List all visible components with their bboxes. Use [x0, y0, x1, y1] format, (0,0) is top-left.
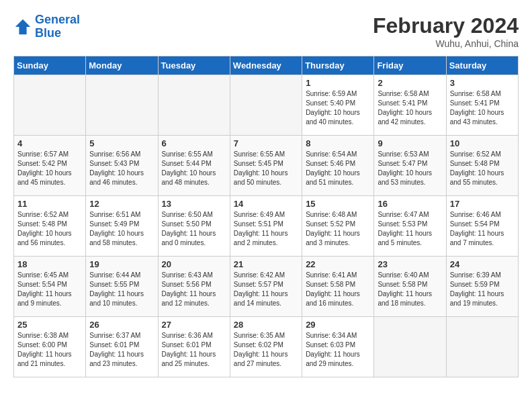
- calendar-table: SundayMondayTuesdayWednesdayThursdayFrid…: [13, 56, 519, 377]
- calendar-cell: 23Sunrise: 6:40 AMSunset: 5:58 PMDayligh…: [374, 257, 446, 317]
- logo-line1: General: [35, 13, 80, 26]
- day-number: 22: [306, 259, 370, 269]
- day-info: Sunrise: 6:54 AMSunset: 5:46 PMDaylight:…: [306, 150, 370, 187]
- calendar-week-0: 1Sunrise: 6:59 AMSunset: 5:40 PMDaylight…: [14, 75, 519, 136]
- calendar-cell: 1Sunrise: 6:59 AMSunset: 5:40 PMDaylight…: [302, 75, 374, 136]
- calendar-cell: [158, 75, 230, 136]
- calendar-cell: 5Sunrise: 6:56 AMSunset: 5:43 PMDaylight…: [86, 136, 158, 196]
- day-number: 28: [234, 320, 298, 330]
- day-info: Sunrise: 6:39 AMSunset: 5:59 PMDaylight:…: [450, 271, 515, 308]
- calendar-week-1: 4Sunrise: 6:57 AMSunset: 5:42 PMDaylight…: [14, 136, 519, 196]
- day-info: Sunrise: 6:49 AMSunset: 5:51 PMDaylight:…: [234, 210, 298, 248]
- day-number: 10: [450, 138, 515, 148]
- day-number: 24: [450, 259, 515, 269]
- day-info: Sunrise: 6:44 AMSunset: 5:55 PMDaylight:…: [89, 271, 154, 308]
- day-info: Sunrise: 6:38 AMSunset: 6:00 PMDaylight:…: [17, 331, 82, 369]
- day-info: Sunrise: 6:41 AMSunset: 5:58 PMDaylight:…: [306, 271, 370, 308]
- calendar-cell: 13Sunrise: 6:50 AMSunset: 5:50 PMDayligh…: [158, 196, 230, 257]
- calendar-cell: 7Sunrise: 6:55 AMSunset: 5:45 PMDaylight…: [230, 136, 302, 196]
- calendar-week-4: 25Sunrise: 6:38 AMSunset: 6:00 PMDayligh…: [14, 317, 519, 377]
- day-number: 29: [306, 320, 370, 330]
- day-info: Sunrise: 6:55 AMSunset: 5:45 PMDaylight:…: [234, 150, 298, 187]
- calendar-cell: 21Sunrise: 6:42 AMSunset: 5:57 PMDayligh…: [230, 257, 302, 317]
- day-info: Sunrise: 6:47 AMSunset: 5:53 PMDaylight:…: [378, 210, 442, 248]
- calendar-cell: 20Sunrise: 6:43 AMSunset: 5:56 PMDayligh…: [158, 257, 230, 317]
- day-number: 19: [89, 259, 154, 269]
- calendar-week-3: 18Sunrise: 6:45 AMSunset: 5:54 PMDayligh…: [14, 257, 519, 317]
- page-header: General Blue February 2024 Wuhu, Anhui, …: [13, 13, 519, 49]
- day-number: 3: [450, 78, 515, 88]
- day-number: 18: [17, 259, 82, 269]
- calendar-cell: 12Sunrise: 6:51 AMSunset: 5:49 PMDayligh…: [86, 196, 158, 257]
- day-number: 1: [306, 78, 370, 88]
- day-number: 23: [378, 259, 442, 269]
- day-info: Sunrise: 6:36 AMSunset: 6:01 PMDaylight:…: [162, 331, 226, 369]
- day-info: Sunrise: 6:52 AMSunset: 5:48 PMDaylight:…: [450, 150, 515, 187]
- day-info: Sunrise: 6:58 AMSunset: 5:41 PMDaylight:…: [378, 89, 442, 127]
- calendar-cell: 22Sunrise: 6:41 AMSunset: 5:58 PMDayligh…: [302, 257, 374, 317]
- day-info: Sunrise: 6:37 AMSunset: 6:01 PMDaylight:…: [89, 331, 154, 369]
- day-number: 27: [162, 320, 226, 330]
- day-info: Sunrise: 6:35 AMSunset: 6:02 PMDaylight:…: [234, 331, 298, 369]
- calendar-cell: 29Sunrise: 6:34 AMSunset: 6:03 PMDayligh…: [302, 317, 374, 377]
- day-number: 13: [162, 199, 226, 209]
- calendar-cell: 14Sunrise: 6:49 AMSunset: 5:51 PMDayligh…: [230, 196, 302, 257]
- logo-text: General Blue: [35, 13, 80, 40]
- day-number: 14: [234, 199, 298, 209]
- header-saturday: Saturday: [446, 56, 518, 75]
- calendar-cell: 18Sunrise: 6:45 AMSunset: 5:54 PMDayligh…: [14, 257, 86, 317]
- day-info: Sunrise: 6:59 AMSunset: 5:40 PMDaylight:…: [306, 89, 370, 127]
- day-info: Sunrise: 6:46 AMSunset: 5:54 PMDaylight:…: [450, 210, 515, 248]
- day-number: 2: [378, 78, 442, 88]
- calendar-cell: 19Sunrise: 6:44 AMSunset: 5:55 PMDayligh…: [86, 257, 158, 317]
- day-info: Sunrise: 6:48 AMSunset: 5:52 PMDaylight:…: [306, 210, 370, 248]
- calendar-header-row: SundayMondayTuesdayWednesdayThursdayFrid…: [14, 56, 519, 75]
- day-number: 5: [89, 138, 154, 148]
- header-sunday: Sunday: [14, 56, 86, 75]
- month-year: February 2024: [373, 13, 519, 38]
- header-tuesday: Tuesday: [158, 56, 230, 75]
- day-info: Sunrise: 6:53 AMSunset: 5:47 PMDaylight:…: [378, 150, 442, 187]
- location: Wuhu, Anhui, China: [373, 38, 519, 49]
- day-number: 20: [162, 259, 226, 269]
- day-info: Sunrise: 6:34 AMSunset: 6:03 PMDaylight:…: [306, 331, 370, 369]
- day-number: 9: [378, 138, 442, 148]
- day-info: Sunrise: 6:57 AMSunset: 5:42 PMDaylight:…: [17, 150, 82, 187]
- calendar-cell: 10Sunrise: 6:52 AMSunset: 5:48 PMDayligh…: [446, 136, 518, 196]
- day-number: 21: [234, 259, 298, 269]
- calendar-cell: 15Sunrise: 6:48 AMSunset: 5:52 PMDayligh…: [302, 196, 374, 257]
- calendar-cell: 25Sunrise: 6:38 AMSunset: 6:00 PMDayligh…: [14, 317, 86, 377]
- logo-icon: [13, 17, 32, 36]
- day-number: 17: [450, 199, 515, 209]
- calendar-cell: 27Sunrise: 6:36 AMSunset: 6:01 PMDayligh…: [158, 317, 230, 377]
- day-number: 16: [378, 199, 442, 209]
- day-number: 26: [89, 320, 154, 330]
- logo-line2: Blue: [35, 26, 61, 40]
- day-info: Sunrise: 6:43 AMSunset: 5:56 PMDaylight:…: [162, 271, 226, 308]
- calendar-cell: [230, 75, 302, 136]
- calendar-cell: 16Sunrise: 6:47 AMSunset: 5:53 PMDayligh…: [374, 196, 446, 257]
- logo: General Blue: [13, 13, 80, 40]
- header-thursday: Thursday: [302, 56, 374, 75]
- calendar-cell: 4Sunrise: 6:57 AMSunset: 5:42 PMDaylight…: [14, 136, 86, 196]
- calendar-cell: 28Sunrise: 6:35 AMSunset: 6:02 PMDayligh…: [230, 317, 302, 377]
- header-wednesday: Wednesday: [230, 56, 302, 75]
- calendar-cell: [374, 317, 446, 377]
- day-info: Sunrise: 6:45 AMSunset: 5:54 PMDaylight:…: [17, 271, 82, 308]
- svg-marker-0: [15, 19, 30, 34]
- day-info: Sunrise: 6:51 AMSunset: 5:49 PMDaylight:…: [89, 210, 154, 248]
- calendar-cell: 26Sunrise: 6:37 AMSunset: 6:01 PMDayligh…: [86, 317, 158, 377]
- day-number: 6: [162, 138, 226, 148]
- day-number: 15: [306, 199, 370, 209]
- calendar-week-2: 11Sunrise: 6:52 AMSunset: 5:48 PMDayligh…: [14, 196, 519, 257]
- calendar-cell: 17Sunrise: 6:46 AMSunset: 5:54 PMDayligh…: [446, 196, 518, 257]
- calendar-cell: 24Sunrise: 6:39 AMSunset: 5:59 PMDayligh…: [446, 257, 518, 317]
- calendar-cell: 11Sunrise: 6:52 AMSunset: 5:48 PMDayligh…: [14, 196, 86, 257]
- title-block: February 2024 Wuhu, Anhui, China: [373, 13, 519, 49]
- day-number: 8: [306, 138, 370, 148]
- header-monday: Monday: [86, 56, 158, 75]
- calendar-cell: [86, 75, 158, 136]
- day-number: 25: [17, 320, 82, 330]
- calendar-cell: 9Sunrise: 6:53 AMSunset: 5:47 PMDaylight…: [374, 136, 446, 196]
- day-info: Sunrise: 6:55 AMSunset: 5:44 PMDaylight:…: [162, 150, 226, 187]
